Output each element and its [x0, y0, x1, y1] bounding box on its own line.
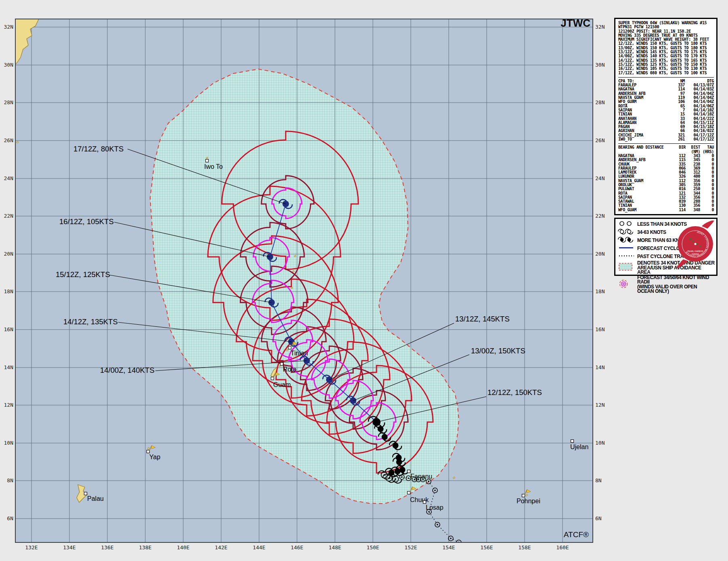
past-fix-dot: [428, 481, 429, 482]
place-label: Iwo To: [204, 163, 223, 170]
lon-tick-label: 156E: [480, 544, 493, 550]
legend-item: FORECAST 34/50/64 KNOT WIND RADII (WINDS…: [618, 275, 715, 294]
34-63-symbol: [618, 229, 636, 235]
logo-island: [689, 238, 692, 240]
place-label: Palau: [87, 495, 104, 502]
lat-tick-label: 24N: [595, 175, 605, 181]
lat-tick-label: 26N: [4, 137, 13, 143]
lon-tick-label: 142E: [215, 544, 227, 550]
divider: [618, 143, 714, 144]
forecast-annotation-label: 15/12Z, 125KTS: [56, 270, 110, 279]
lat-tick-label: 12N: [4, 402, 13, 408]
past-fix-gt63: [393, 443, 399, 449]
cpa-row: TINIAN1504/14/10Z: [618, 112, 714, 116]
place-marker: [206, 160, 209, 162]
lon-tick-label: 150E: [366, 544, 379, 550]
wind-radii-rings: [618, 279, 636, 288]
place-marker: [408, 470, 410, 473]
place-marker: [280, 363, 283, 366]
logo-center-text: HAWAII: [692, 253, 699, 255]
legend-label: 34-63 KNOTS: [637, 230, 666, 235]
atcf-typhoon-warning-screen: Iwo ToYapPalauGuamRotaTinianFananuChuukL…: [0, 0, 728, 561]
place-label: Fananu: [410, 473, 432, 480]
lat-tick-label: 6N: [7, 515, 13, 521]
34-63-symbol: [618, 229, 637, 236]
lat-tick-label: 26N: [595, 137, 605, 143]
forecast-annotation-label: 14/12Z, 135KTS: [63, 317, 118, 326]
lat-tick-label: 14N: [595, 364, 605, 370]
bearing-row: WFO_GUAM1143480: [618, 208, 714, 212]
logo-island: [692, 241, 695, 242]
place-label: Yap: [149, 454, 160, 460]
lon-tick-label: 146E: [291, 544, 303, 550]
lat-tick-label: 8N: [7, 477, 13, 483]
lat-tick-label: 18N: [4, 288, 13, 294]
lat-tick-label: 10N: [4, 440, 13, 446]
logo-center-text: PEARL HARBOR: [688, 250, 703, 252]
lat-tick-label: 22N: [595, 213, 605, 219]
forecast-track-line: [618, 245, 636, 251]
gt63-glyph: [628, 238, 631, 242]
lon-tick-label: 148E: [328, 544, 341, 550]
lat-tick-label: 6N: [595, 515, 602, 521]
past-fix-dot: [437, 524, 438, 525]
bearing-dist: 345: [686, 158, 700, 162]
bearing-title: BEARING AND DISTANCE: [618, 145, 674, 149]
past-track-line: [618, 253, 636, 259]
place-marker: [571, 440, 574, 443]
gt63-glyph: [620, 238, 624, 242]
lon-tick-label: 160E: [556, 544, 569, 550]
logo-tail-top: [702, 221, 715, 229]
forecast-annotation-label: 16/12Z, 105KTS: [59, 217, 114, 226]
place-label: Chuuk: [410, 496, 429, 503]
bearing-distance-table: BEARING AND DISTANCEDIRDISTTAU(NM)(HRS)H…: [618, 145, 714, 212]
34-63-glyph: [620, 230, 624, 233]
lt34-glyph: [627, 222, 631, 226]
radii-ring-64: [623, 283, 624, 285]
warning-text-block: SUPER TYPHOON 04W (SINLAKU) WARNING #15W…: [618, 21, 714, 75]
cpa-site: TINIAN: [618, 112, 673, 116]
lat-tick-label: 28N: [595, 99, 605, 105]
lon-tick-label: 138E: [139, 544, 151, 550]
lon-tick-label: 144E: [253, 544, 265, 550]
place-label: Losap: [426, 504, 443, 511]
radii-ring-34: [620, 280, 628, 288]
logo-island: [699, 246, 701, 247]
lat-tick-label: 22N: [4, 213, 13, 219]
lat-tick-label: 24N: [4, 175, 13, 181]
forecast-annotation-label: 12/12Z, 150KTS: [487, 388, 542, 397]
bearing-tau: 0: [700, 208, 714, 212]
divider: [618, 77, 714, 78]
logo-tail-bottom: [676, 259, 688, 268]
lat-tick-label: 30N: [595, 62, 605, 68]
danger-swatch-glyph: [619, 263, 632, 270]
forecast-annotation-label: 17/12Z, 80KTS: [73, 145, 123, 153]
lat-tick-label: 20N: [4, 251, 13, 257]
legend-panel: LESS THAN 34 KNOTS34-63 KNOTSMORE THAN 6…: [614, 218, 718, 276]
forecast-annotation-label: 13/12Z, 145KTS: [455, 315, 510, 323]
lat-tick-label: 16N: [595, 326, 605, 332]
lt34-symbol: [618, 221, 636, 227]
past-track-line: [618, 253, 637, 261]
cpa-site: IWO_TO: [618, 137, 673, 141]
forecast-annotation-label: 14/00Z, 140KTS: [100, 366, 155, 374]
jtwc-title: JTWC: [561, 17, 590, 29]
bearing-dir: 115: [674, 158, 686, 162]
lon-tick-label: 134E: [63, 544, 75, 550]
place-label: Rota: [283, 366, 297, 373]
past-fix-gt63: [400, 467, 406, 473]
forecast-track-line: [618, 245, 637, 252]
lat-tick-label: 12N: [595, 402, 605, 408]
bearing-site: ANDERSEN_AFB: [618, 158, 674, 162]
lat-tick-label: 16N: [4, 326, 13, 332]
bearing-col-dir: DIR: [674, 145, 686, 149]
cpa-dtg: 04/17/12Z: [685, 137, 714, 141]
bearing-site: WFO_GUAM: [618, 208, 674, 212]
past-fix-dot: [408, 477, 409, 479]
radii-ring-50: [621, 282, 626, 286]
cpa-row: IWO_TO26104/17/12Z: [618, 137, 714, 141]
danger-area-swatch: [618, 263, 636, 271]
lat-tick-label: 32N: [4, 24, 13, 30]
lon-tick-label: 158E: [518, 544, 531, 550]
warning-info-panel: SUPER TYPHOON 04W (SINLAKU) WARNING #15W…: [614, 18, 718, 215]
